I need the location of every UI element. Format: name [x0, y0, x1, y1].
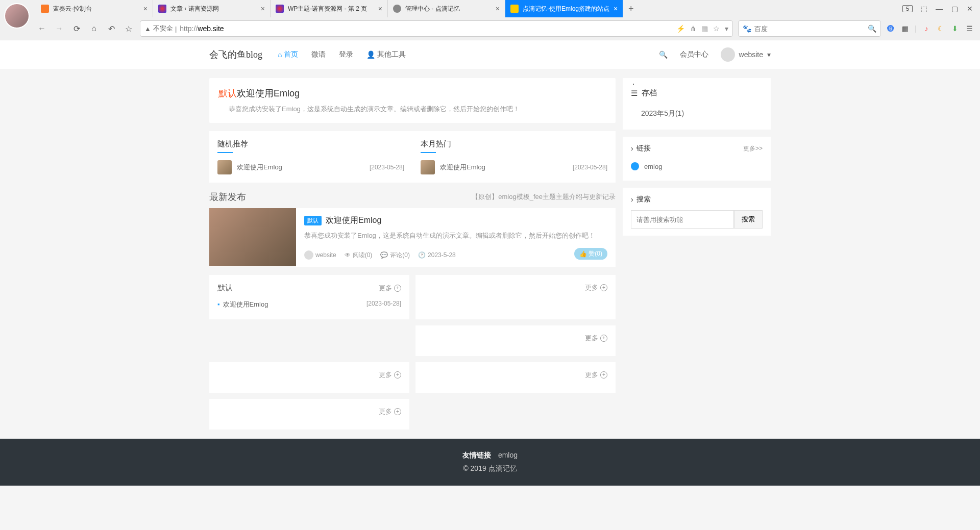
recommend-item[interactable]: 欢迎使用Emlog [2023-05-28] — [217, 160, 404, 174]
post-comments[interactable]: 💬 评论(0) — [380, 251, 410, 260]
links-widget: › 链接 更多>> emlog — [623, 137, 771, 181]
latest-heading: 最新发布 — [209, 191, 246, 203]
browser-tab-4[interactable]: 点滴记忆-使用Emlog搭建的站点 × — [505, 0, 623, 17]
browser-tab-3[interactable]: 管理中心 - 点滴记忆 × — [388, 0, 505, 17]
bookmark-button[interactable]: ☆ — [122, 22, 135, 35]
moon-icon[interactable]: ☾ — [936, 24, 945, 33]
flash-icon[interactable]: ⚡ — [676, 24, 685, 33]
close-icon[interactable]: × — [261, 5, 265, 13]
security-warning: ▲ 不安全 | — [144, 24, 177, 33]
browser-search-input[interactable] — [754, 25, 865, 33]
baidu-icon: 🐾 — [743, 24, 751, 33]
post-date: 🕐 2023-5-28 — [418, 251, 456, 259]
close-icon[interactable]: × — [143, 5, 148, 13]
extensions-icon[interactable]: ⬚ — [920, 5, 928, 13]
welcome-card: 默认欢迎使用Emlog 恭喜您成功安装了Emlog，这是系统自动生成的演示文章。… — [209, 78, 616, 123]
card-title: 默认 — [217, 283, 233, 293]
plus-icon: + — [394, 285, 401, 292]
maximize-button[interactable]: ▢ — [950, 5, 959, 13]
search-button[interactable]: 搜索 — [734, 210, 763, 229]
more-link[interactable]: 更多+ — [379, 370, 401, 380]
more-link[interactable]: 更多+ — [585, 370, 607, 380]
nav-login[interactable]: 登录 — [339, 50, 353, 59]
archive-title: ☰ 存档 — [631, 88, 763, 98]
post-title[interactable]: 欢迎使用Emlog — [326, 215, 381, 226]
browser-tab-1[interactable]: 文章 ‹ 诺言资源网 × — [153, 0, 271, 17]
forward-button[interactable]: → — [53, 22, 65, 35]
hot-item[interactable]: 欢迎使用Emlog [2023-05-28] — [421, 160, 607, 174]
minimize-button[interactable]: — — [935, 5, 943, 13]
category-card-default: 默认 更多+ ▪欢迎使用Emlog [2023-05-28] — [209, 275, 409, 319]
browser-search-box[interactable]: 🐾 🔍 — [738, 20, 881, 37]
user-avatar-icon — [721, 47, 735, 62]
reload-button[interactable]: ⟳ — [70, 22, 83, 35]
favicon — [276, 5, 284, 13]
like-button[interactable]: 👍 赞(0) — [574, 248, 607, 260]
site-logo[interactable]: 会飞的鱼blog — [209, 48, 262, 61]
footer-link[interactable]: emlog — [498, 451, 518, 459]
close-icon[interactable]: × — [496, 5, 500, 13]
plus-icon: + — [600, 284, 607, 291]
tab-title: 管理中心 - 点滴记忆 — [405, 5, 492, 13]
home-button[interactable]: ⌂ — [88, 22, 100, 35]
list-item[interactable]: ▪欢迎使用Emlog [2023-05-28] — [217, 298, 401, 311]
tab-count-badge[interactable]: 5 — [902, 5, 913, 12]
nav-tools[interactable]: 👤 其他工具 — [366, 50, 406, 59]
link-item[interactable]: emlog — [631, 159, 763, 173]
more-link[interactable]: 更多+ — [379, 407, 401, 416]
tab-bar: 蓝奏云-控制台 × 文章 ‹ 诺言资源网 × WP主题-诺言资源网 - 第 2 … — [0, 0, 980, 17]
close-icon[interactable]: × — [378, 5, 382, 13]
plus-icon: + — [394, 408, 401, 415]
undo-button[interactable]: ↶ — [105, 22, 117, 35]
post-thumbnail[interactable] — [209, 208, 296, 266]
post-author[interactable]: website — [304, 250, 336, 260]
nav-home[interactable]: ⌂ 首页 — [278, 50, 298, 59]
post-description: 恭喜您成功安装了Emlog，这是系统自动生成的演示文章。编辑或者删除它，然后开始… — [304, 231, 607, 240]
star-icon[interactable]: ☆ — [713, 24, 720, 33]
user-dropdown[interactable]: website ▾ — [721, 47, 771, 62]
url-bar[interactable]: ▲ 不安全 | http://web.site ⚡ ⋔ ▦ ☆ ▾ — [140, 20, 733, 37]
back-button[interactable]: ← — [36, 22, 48, 35]
search-icon[interactable]: 🔍 — [659, 51, 668, 59]
translate-icon[interactable]: 🅖 — [886, 24, 895, 33]
browser-tab-0[interactable]: 蓝奏云-控制台 × — [36, 0, 153, 17]
main-column: 默认欢迎使用Emlog 恭喜您成功安装了Emlog，这是系统自动生成的演示文章。… — [209, 78, 616, 430]
menu-icon[interactable]: ☰ — [965, 24, 974, 33]
category-card-empty-4: 更多+ — [415, 362, 616, 393]
tab-title: 蓝奏云-控制台 — [53, 5, 139, 13]
more-link[interactable]: 更多+ — [585, 334, 607, 343]
links-more[interactable]: 更多>> — [743, 144, 763, 153]
item-title: 欢迎使用Emlog — [237, 163, 364, 172]
dropdown-icon[interactable]: ▾ — [725, 24, 728, 33]
search-input[interactable] — [631, 210, 734, 229]
share-icon[interactable]: ⋔ — [690, 24, 696, 33]
music-icon[interactable]: ♪ — [922, 24, 931, 33]
close-button[interactable]: ✕ — [966, 5, 974, 13]
download-icon[interactable]: ⬇ — [950, 24, 960, 33]
post-card: 默认 欢迎使用Emlog 恭喜您成功安装了Emlog，这是系统自动生成的演示文章… — [209, 208, 616, 267]
favicon — [393, 5, 401, 13]
post-category-badge[interactable]: 默认 — [304, 216, 322, 225]
profile-avatar[interactable] — [4, 3, 30, 29]
member-center-link[interactable]: 会员中心 — [680, 50, 708, 59]
plus-icon: + — [600, 335, 607, 342]
new-tab-button[interactable]: + — [623, 4, 639, 14]
favicon — [158, 5, 166, 13]
tab-title: 文章 ‹ 诺言资源网 — [170, 5, 257, 13]
archive-item[interactable]: 2023年5月(1) — [631, 105, 763, 122]
browser-tab-2[interactable]: WP主题-诺言资源网 - 第 2 页 × — [271, 0, 388, 17]
welcome-desc: 恭喜您成功安装了Emlog，这是系统自动生成的演示文章。编辑或者删除它，然后开始… — [218, 105, 606, 114]
category-card-empty-1: 更多+ — [415, 275, 616, 319]
latest-subtitle[interactable]: 【原创】emlog模板_fee主题主题介绍与更新记录 — [472, 192, 616, 201]
url-text: http://web.site — [180, 24, 673, 33]
search-icon[interactable]: 🔍 — [868, 24, 876, 33]
close-icon[interactable]: × — [614, 5, 618, 13]
apps-icon[interactable]: ▦ — [900, 24, 910, 33]
thumbnail — [217, 160, 232, 174]
nav-weibo[interactable]: 微语 — [311, 50, 326, 59]
qr-icon[interactable]: ▦ — [701, 24, 708, 33]
more-link[interactable]: 更多+ — [585, 283, 607, 292]
tab-title: 点滴记忆-使用Emlog搭建的站点 — [523, 5, 609, 13]
more-link[interactable]: 更多+ — [379, 284, 401, 293]
tab-title: WP主题-诺言资源网 - 第 2 页 — [288, 5, 374, 13]
